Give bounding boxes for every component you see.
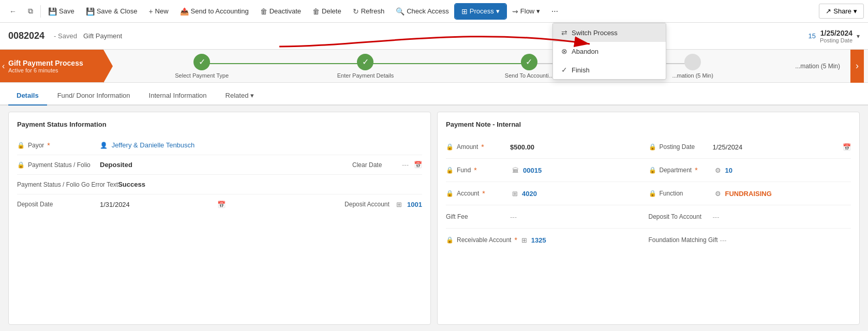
dropdown-item-finish[interactable]: ✓ Finish	[553, 61, 666, 79]
tab-related-label: Related	[226, 92, 249, 99]
tab-details[interactable]: Details	[8, 86, 47, 106]
note-row-4: 🔒 Receivable Account * ⊞ 1325 Foundation…	[446, 229, 851, 251]
process-button[interactable]: ⊞ Process ▾	[455, 4, 506, 19]
account-required: *	[482, 190, 485, 197]
payor-label: 🔒 Payor *	[17, 142, 100, 149]
save-button[interactable]: 💾 Save	[43, 4, 80, 19]
process-bar-next-button[interactable]: ›	[850, 50, 864, 83]
payment-note-card: Payment Note - Internal 🔒 Amount * $500.…	[437, 112, 860, 325]
posting-date-lock-icon: 🔒	[649, 143, 656, 151]
flow-button[interactable]: ⇝ Flow ▾	[507, 4, 545, 19]
send-accounting-label: Send to Accounting	[191, 7, 249, 15]
payment-status-label: 🔒 Payment Status / Folio	[17, 161, 100, 169]
back-button[interactable]: ←	[4, 4, 22, 19]
process-bar: ‹ Gift Payment Process Active for 6 minu…	[0, 50, 868, 83]
dropdown-item-abandon[interactable]: ⊗ Abandon	[553, 42, 666, 61]
note-col-fund: 🔒 Fund * 🏛 00015	[446, 162, 649, 178]
step-circle-4	[684, 54, 701, 70]
record-number-link[interactable]: 15	[809, 32, 816, 40]
amount-value: $500.00	[510, 143, 649, 151]
department-label: 🔒 Department *	[649, 167, 711, 174]
function-label: 🔒 Function	[649, 190, 711, 197]
deactivate-icon: 🗑	[260, 7, 267, 16]
department-required: *	[695, 167, 697, 174]
posting-date-label: Posting Date	[820, 37, 852, 43]
posting-date-field-label-text: Posting Date	[660, 143, 695, 151]
step-label-3: Send To Accounti...	[505, 72, 553, 79]
save-close-button[interactable]: 💾 Save & Close	[81, 4, 143, 19]
foundation-matching-value: ---	[720, 236, 851, 244]
tab-internal-info[interactable]: Internal Information	[141, 86, 215, 106]
check-access-button[interactable]: 🔍 Check Access	[391, 4, 454, 19]
department-value[interactable]: 10	[725, 167, 851, 174]
tab-fund-donor[interactable]: Fund/ Donor Information	[49, 86, 139, 106]
fund-bank-icon: 🏛	[512, 167, 519, 174]
payor-value[interactable]: 👤 Jeffery & Danielle Tenbusch	[100, 141, 422, 149]
refresh-button[interactable]: ↻ Refresh	[348, 4, 390, 19]
step-label-2: Enter Payment Details	[337, 72, 394, 79]
tab-related[interactable]: Related ▾	[217, 86, 263, 106]
note-col-department: 🔒 Department * ⚙ 10	[649, 162, 851, 178]
function-gear-icon: ⚙	[715, 190, 721, 198]
flow-icon: ⇝	[512, 7, 518, 16]
deposit-to-account-label: Deposit To Account	[649, 213, 711, 220]
process-step-1: ✓ Select Payment Type	[120, 54, 283, 79]
deposit-account-field: Deposit Account ⊞ 1001	[345, 201, 422, 208]
step-label-4: ...mation (5 Min)	[672, 72, 713, 79]
send-accounting-button[interactable]: 📤 Send to Accounting	[175, 4, 254, 19]
process-chevron-icon: ▾	[496, 7, 500, 15]
share-label: Share	[833, 7, 851, 15]
process-label: Process	[470, 7, 494, 15]
posting-date-calendar-icon[interactable]: 📅	[843, 143, 851, 151]
function-label-text: Function	[660, 190, 683, 197]
dropdown-item-switch-process[interactable]: ⇄ Switch Process	[553, 23, 666, 42]
deposit-date-calendar-icon[interactable]: 📅	[217, 201, 226, 208]
delete-icon: 🗑	[312, 7, 320, 16]
note-col-account: 🔒 Account * ⊞ 4020	[446, 185, 649, 202]
tabs-bar: Details Fund/ Donor Information Internal…	[0, 83, 868, 106]
posting-date-chevron-icon[interactable]: ▾	[857, 33, 860, 40]
fund-value[interactable]: 00015	[523, 167, 649, 174]
department-label-text: Department	[660, 167, 692, 174]
amount-label-text: Amount	[457, 143, 478, 151]
deposit-account-value[interactable]: 1001	[407, 201, 422, 208]
check-access-label: Check Access	[407, 7, 449, 15]
payment-status-card: Payment Status Information 🔒 Payor * 👤 J…	[8, 112, 431, 325]
department-gear-icon: ⚙	[715, 167, 721, 174]
gift-fee-value: ---	[510, 213, 649, 221]
fund-lock-icon: 🔒	[446, 167, 454, 174]
switch-process-label: Switch Process	[572, 29, 618, 37]
more-button[interactable]: ⋯	[546, 4, 563, 18]
foundation-matching-label-text: Foundation Matching Gift	[649, 236, 718, 244]
note-col-foundation-matching: Foundation Matching Gift ---	[649, 232, 851, 248]
deposit-date-label: Deposit Date	[17, 201, 100, 208]
payment-status-lock-icon: 🔒	[17, 161, 25, 169]
payment-status-row: 🔒 Payment Status / Folio Deposited Clear…	[17, 155, 422, 175]
note-row-0: 🔒 Amount * $500.00 🔒 Posting Date 1/25/2…	[446, 136, 851, 159]
new-button[interactable]: + New	[143, 4, 173, 19]
toolbar: ← ⧉ 💾 Save 💾 Save & Close + New 📤 Send t…	[0, 0, 868, 23]
payor-row: 🔒 Payor * 👤 Jeffery & Danielle Tenbusch	[17, 136, 422, 155]
process-name: Gift Payment Process	[8, 59, 97, 67]
function-value[interactable]: FUNDRAISING	[725, 190, 851, 198]
clear-date-field: Clear Date --- 📅	[352, 161, 422, 169]
deactivate-button[interactable]: 🗑 Deactivate	[255, 4, 306, 19]
popup-button[interactable]: ⧉	[23, 4, 38, 19]
step-circle-1: ✓	[193, 54, 210, 70]
deposit-account-grid-icon: ⊞	[396, 201, 402, 208]
share-button[interactable]: ↗ Share ▾	[819, 4, 864, 19]
delete-button[interactable]: 🗑 Delete	[307, 4, 347, 19]
posting-date-value: 1/25/2024	[820, 29, 852, 37]
process-bar-prev-button[interactable]: ‹	[2, 62, 5, 71]
posting-date-field-value: 1/25/2024	[713, 143, 839, 151]
delete-label: Delete	[322, 7, 341, 15]
save-label: Save	[59, 7, 74, 15]
account-value[interactable]: 4020	[522, 190, 649, 198]
receivable-value[interactable]: 1325	[531, 236, 649, 244]
gift-fee-label-text: Gift Fee	[446, 213, 468, 220]
process-sub: Active for 6 minutes	[8, 67, 97, 73]
clear-date-calendar-icon[interactable]: 📅	[414, 161, 422, 169]
fund-label-text: Fund	[457, 167, 471, 174]
clear-date-value: ---	[402, 161, 409, 169]
related-chevron-icon: ▾	[250, 92, 254, 99]
